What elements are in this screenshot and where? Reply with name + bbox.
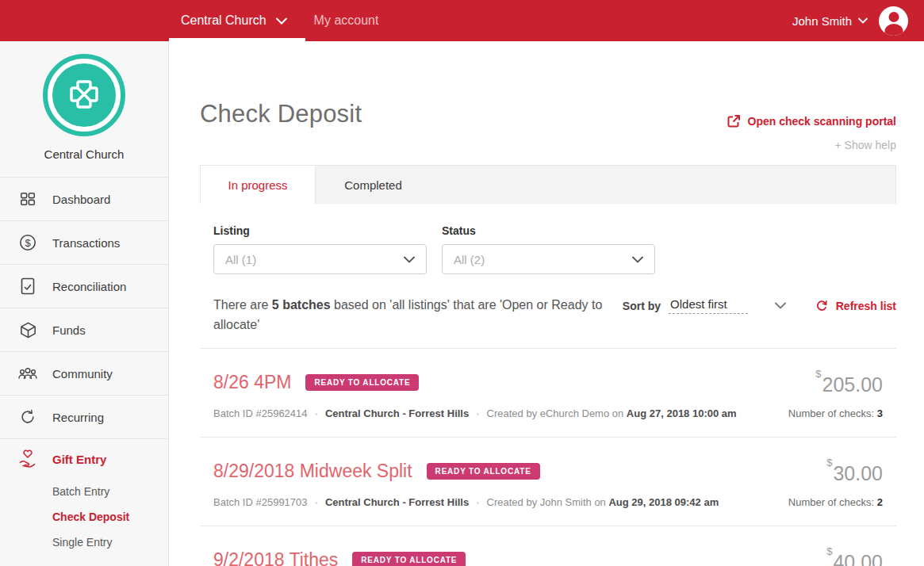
tab-completed[interactable]: Completed: [316, 166, 431, 204]
page-title: Check Deposit: [200, 100, 362, 128]
batch-count: 5 batches: [272, 298, 331, 312]
chevron-down-icon: [858, 17, 868, 24]
batch-title-link[interactable]: 9/2/2018 Tithes: [213, 549, 338, 566]
listing-filter-select[interactable]: All (1): [213, 244, 427, 274]
status-badge: READY TO ALLOCATE: [427, 463, 540, 480]
dashboard-grid-icon: [17, 190, 38, 208]
sidebar-item-reconciliation[interactable]: Reconciliation: [0, 265, 168, 308]
listing-filter-label: Listing: [213, 224, 427, 237]
my-account-link[interactable]: My account: [314, 13, 379, 28]
org-switcher-label: Central Church: [181, 13, 266, 28]
number-of-checks: Number of checks: 2: [788, 496, 883, 508]
refresh-icon: [815, 299, 829, 313]
org-switcher-button[interactable]: Central Church: [181, 13, 287, 28]
chevron-down-icon: [404, 256, 415, 263]
sidebar-item-label: Funds: [52, 323, 86, 337]
chevron-down-icon: [775, 302, 786, 309]
main-content: Check Deposit Open check scanning portal…: [169, 41, 924, 566]
show-help-link[interactable]: + Show help: [835, 139, 896, 151]
number-of-checks: Number of checks: 3: [788, 407, 883, 419]
chevron-down-icon: [632, 256, 643, 263]
status-badge: READY TO ALLOCATE: [305, 374, 419, 391]
status-filter-select[interactable]: All (2): [442, 244, 655, 274]
batch-listing: Central Church - Forrest Hills: [325, 407, 469, 419]
sidebar-item-label: Recurring: [52, 411, 104, 424]
status-filter-value: All (2): [454, 253, 485, 266]
currency-symbol: $: [826, 457, 832, 468]
batch-created-by: Created by eChurch Demo on Aug 27, 2018 …: [487, 407, 737, 419]
batch-amount: $205.00: [815, 368, 883, 396]
user-avatar[interactable]: [879, 6, 908, 36]
batch-amount: $30.00: [826, 457, 883, 485]
tab-bar: In progress Completed: [200, 165, 896, 204]
currency-symbol: $: [826, 545, 832, 557]
batch-amount: $40.00: [826, 545, 883, 566]
sidebar-item-label: Gift Entry: [52, 453, 106, 466]
external-link-icon: [727, 114, 741, 128]
batch-listing: Central Church - Forrest Hills: [325, 496, 469, 508]
org-logo-cross-icon: [52, 63, 116, 127]
refresh-list-label: Refresh list: [836, 300, 896, 312]
batch-row: 8/26 4PM READY TO ALLOCATE $205.00 Batch…: [200, 349, 896, 437]
open-check-scanning-portal-link[interactable]: Open check scanning portal: [727, 114, 897, 128]
cube-icon: [17, 321, 38, 339]
sidebar-item-funds[interactable]: Funds: [0, 308, 168, 352]
status-badge: READY TO ALLOCATE: [352, 552, 466, 566]
batch-id: Batch ID #25991703: [213, 496, 308, 508]
sort-order-value: Oldest first: [669, 297, 748, 314]
people-icon: [17, 365, 38, 381]
batch-title-link[interactable]: 8/26 4PM: [213, 372, 291, 393]
sidebar-item-community[interactable]: Community: [0, 352, 168, 396]
status-filter-label: Status: [442, 224, 655, 237]
sidebar-subitem-check-deposit[interactable]: Check Deposit: [52, 504, 168, 530]
active-org-underline: [169, 38, 305, 41]
batch-row: 9/2/2018 Tithes READY TO ALLOCATE $40.00…: [200, 526, 896, 566]
refresh-list-button[interactable]: Refresh list: [815, 299, 896, 313]
sidebar-item-recurring[interactable]: Recurring: [0, 396, 168, 439]
sort-by-label: Sort by: [623, 300, 661, 312]
tab-in-progress[interactable]: In progress: [201, 166, 316, 204]
document-check-icon: [17, 277, 38, 295]
svg-text:$: $: [25, 237, 31, 249]
user-name-label: John Smith: [792, 14, 852, 28]
listing-filter-value: All (1): [225, 253, 256, 266]
sidebar-item-dashboard[interactable]: Dashboard: [0, 178, 168, 221]
org-logo[interactable]: [43, 54, 125, 136]
sidebar-item-label: Community: [52, 367, 113, 381]
batch-created-by: Created by John Smith on Aug 29, 2018 09…: [487, 496, 719, 508]
portal-link-label: Open check scanning portal: [748, 115, 897, 128]
sidebar-item-label: Transactions: [52, 236, 120, 250]
sidebar-org-label: Central Church: [0, 147, 168, 161]
recurring-arrows-icon: [17, 408, 38, 426]
sidebar: Central Church Dashboard $ Transactions: [0, 41, 169, 566]
heart-hand-icon: [17, 449, 38, 469]
sidebar-subitem-single-entry[interactable]: Single Entry: [52, 530, 168, 555]
sidebar-item-transactions[interactable]: $ Transactions: [0, 221, 168, 265]
batch-count-summary: There are 5 batches based on 'all listin…: [213, 295, 606, 335]
sidebar-item-label: Dashboard: [52, 193, 110, 206]
top-header-bar: Central Church My account John Smith: [0, 0, 924, 41]
sidebar-item-label: Reconciliation: [52, 280, 126, 293]
user-menu-button[interactable]: John Smith: [792, 14, 868, 28]
sidebar-subitem-batch-entry[interactable]: Batch Entry: [52, 479, 168, 504]
batch-row: 8/29/2018 Midweek Split READY TO ALLOCAT…: [200, 438, 896, 526]
currency-symbol: $: [815, 368, 821, 380]
batch-id: Batch ID #25962414: [213, 407, 308, 419]
chevron-down-icon: [276, 17, 287, 25]
sort-order-select[interactable]: Oldest first: [669, 297, 786, 314]
batch-title-link[interactable]: 8/29/2018 Midweek Split: [213, 461, 412, 482]
sidebar-item-gift-entry[interactable]: Gift Entry: [0, 439, 168, 479]
dollar-circle-icon: $: [17, 233, 38, 252]
